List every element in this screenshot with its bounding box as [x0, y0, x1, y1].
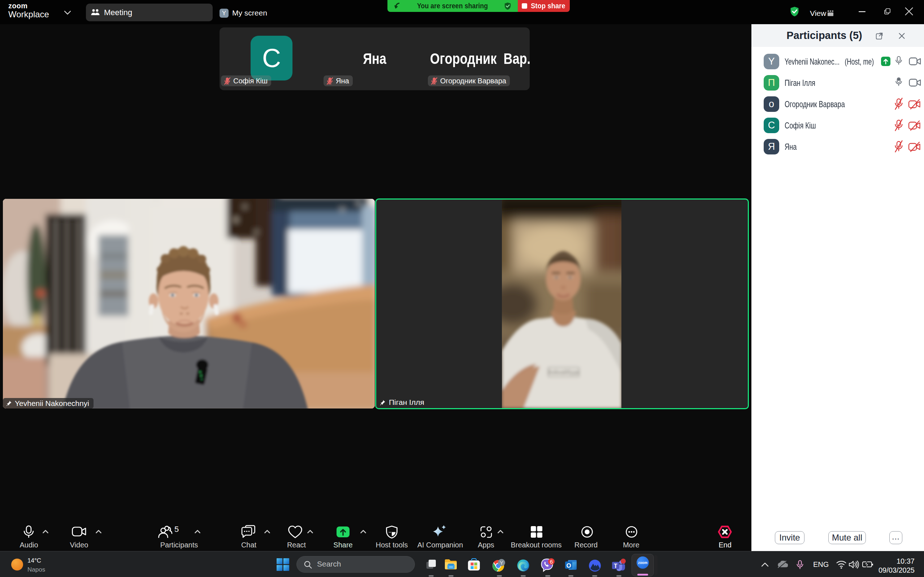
- svg-text:6: 6: [550, 559, 553, 565]
- svg-text:йойнайбуде: йойнайбуде: [548, 369, 580, 375]
- svg-text:T: T: [614, 563, 617, 569]
- svg-text:O: O: [566, 562, 571, 569]
- svg-text:Y: Y: [500, 560, 503, 566]
